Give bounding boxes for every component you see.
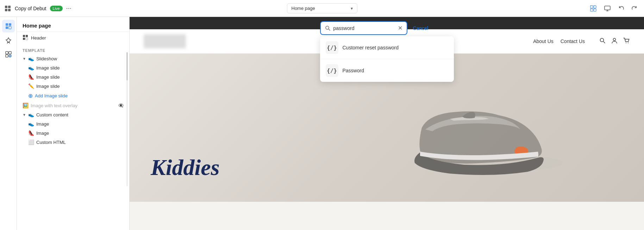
custom-content-icon: 👟 bbox=[28, 112, 34, 117]
svg-rect-1 bbox=[8, 6, 11, 8]
template-label: TEMPLATE bbox=[17, 44, 129, 54]
more-button[interactable]: ··· bbox=[66, 5, 71, 12]
search-clear-button[interactable]: ✕ bbox=[398, 25, 402, 31]
custom-image-1-label: Image bbox=[36, 121, 49, 127]
contact-us-link[interactable]: Contact Us bbox=[561, 38, 585, 44]
custom-content-label: Custom content bbox=[36, 112, 68, 117]
top-bar-center: Home page ▾ bbox=[217, 3, 427, 13]
result-icon-2: {/} bbox=[326, 64, 338, 77]
svg-rect-13 bbox=[6, 52, 8, 54]
custom-html-label: Custom HTML bbox=[36, 140, 66, 145]
custom-image-1-icon: 👟 bbox=[28, 121, 34, 127]
undo-redo-controls bbox=[616, 3, 640, 14]
site-nav-icons bbox=[599, 37, 630, 46]
top-bar-left: Copy of Debut Live ··· bbox=[4, 5, 214, 12]
tree-item-image-slide-2[interactable]: 👠 Image slide bbox=[28, 72, 129, 81]
tree-item-custom-image-1[interactable]: 👟 Image bbox=[28, 119, 129, 128]
top-bar: Copy of Debut Live ··· Home page ▾ bbox=[0, 0, 644, 17]
svg-rect-11 bbox=[6, 26, 8, 29]
sidebar-icons bbox=[0, 17, 17, 230]
main-layout: Home page Header TEMPLATE ▼ 👟 bbox=[0, 17, 644, 230]
tree-item-slideshow[interactable]: ▼ 👟 Slideshow bbox=[17, 54, 129, 63]
svg-rect-8 bbox=[605, 6, 610, 10]
image-slide-2-icon: 👠 bbox=[28, 74, 34, 80]
svg-rect-20 bbox=[26, 38, 28, 40]
tree-item-custom-html[interactable]: ⬜ Custom HTML bbox=[28, 138, 129, 147]
store-name: Copy of Debut bbox=[15, 6, 46, 11]
svg-rect-14 bbox=[9, 52, 11, 54]
image-slide-1-label: Image slide bbox=[36, 65, 60, 71]
site-logo bbox=[144, 34, 186, 48]
custom-image-2-label: Image bbox=[36, 131, 49, 136]
svg-rect-4 bbox=[590, 6, 593, 8]
header-section-icon bbox=[23, 35, 28, 41]
sidebar-sections-icon[interactable] bbox=[2, 20, 15, 32]
store-icon[interactable] bbox=[4, 5, 11, 12]
svg-rect-5 bbox=[594, 6, 596, 8]
result-icon-1: {/} bbox=[326, 41, 338, 54]
sidebar-pin-icon[interactable] bbox=[2, 34, 15, 47]
svg-rect-0 bbox=[5, 6, 7, 8]
select-tool-icon[interactable] bbox=[588, 3, 599, 14]
tree-item-custom-image-2[interactable]: 👠 Image bbox=[28, 128, 129, 138]
svg-point-24 bbox=[628, 42, 629, 43]
monitor-icon[interactable] bbox=[602, 3, 613, 14]
slideshow-chevron-icon: ▼ bbox=[23, 57, 26, 61]
scrollbar-track bbox=[126, 52, 128, 186]
image-slide-3-icon: ✏️ bbox=[28, 83, 34, 89]
top-bar-right bbox=[430, 3, 640, 14]
svg-rect-10 bbox=[9, 23, 11, 26]
slideshow-icon: 👟 bbox=[28, 56, 34, 61]
search-dropdown: {/} Customer reset password {/} Password bbox=[320, 36, 454, 82]
nav-cart-icon[interactable] bbox=[623, 37, 630, 46]
custom-content-children: 👟 Image 👠 Image ⬜ Custom HTML bbox=[17, 119, 129, 147]
search-cancel-button[interactable]: Cancel bbox=[413, 25, 429, 31]
svg-rect-7 bbox=[594, 9, 596, 11]
chevron-down-icon: ▾ bbox=[351, 6, 353, 11]
nav-search-icon[interactable] bbox=[599, 37, 606, 46]
tree-item-custom-content[interactable]: ▼ 👟 Custom content bbox=[17, 110, 129, 119]
tree-item-image-slide-3[interactable]: ✏️ Image slide bbox=[28, 81, 129, 91]
image-text-overlay-label: Image with text overlay bbox=[31, 103, 77, 108]
search-input[interactable] bbox=[333, 25, 395, 31]
redo-button[interactable] bbox=[629, 3, 640, 14]
image-slide-2-label: Image slide bbox=[36, 74, 60, 80]
search-input-wrapper: ✕ bbox=[320, 21, 407, 35]
search-icon bbox=[325, 25, 331, 31]
sidebar-add-section-icon[interactable] bbox=[2, 48, 15, 61]
result-label-2: Password bbox=[343, 68, 364, 73]
nav-user-icon[interactable] bbox=[611, 37, 618, 46]
ghost-icon: 👁️‍🗨️ bbox=[118, 103, 124, 108]
svg-point-26 bbox=[326, 26, 329, 29]
search-result-customer-reset-password[interactable]: {/} Customer reset password bbox=[320, 36, 454, 59]
search-result-password[interactable]: {/} Password bbox=[320, 59, 454, 82]
image-text-overlay-icon: 🖼️ bbox=[23, 103, 29, 108]
svg-rect-2 bbox=[5, 9, 7, 11]
svg-rect-17 bbox=[23, 35, 25, 37]
live-badge: Live bbox=[50, 6, 63, 11]
hero-text: Kiddies bbox=[151, 155, 220, 181]
svg-point-23 bbox=[626, 42, 626, 43]
svg-rect-3 bbox=[8, 9, 11, 11]
add-image-slide-label: Add Image slide bbox=[35, 93, 68, 98]
svg-rect-9 bbox=[6, 23, 8, 26]
image-slide-1-icon: 👟 bbox=[28, 65, 34, 71]
header-section-item[interactable]: Header bbox=[17, 32, 129, 44]
custom-content-chevron-icon: ▼ bbox=[23, 113, 26, 117]
image-slide-3-label: Image slide bbox=[36, 84, 60, 89]
tree-item-image-slide-1[interactable]: 👟 Image slide bbox=[28, 63, 129, 72]
search-row: ✕ Cancel bbox=[320, 21, 454, 35]
result-label-1: Customer reset password bbox=[343, 45, 399, 50]
undo-button[interactable] bbox=[616, 3, 627, 14]
page-selector[interactable]: Home page ▾ bbox=[287, 3, 357, 13]
panel-content: Header TEMPLATE ▼ 👟 Slideshow 👟 Image sl… bbox=[17, 32, 129, 230]
tree-item-image-text-overlay[interactable]: 🖼️ Image with text overlay 👁️‍🗨️ bbox=[17, 101, 129, 110]
slideshow-label: Slideshow bbox=[36, 56, 57, 61]
header-section-label: Header bbox=[31, 35, 46, 41]
site-nav-links: About Us Contact Us bbox=[533, 38, 585, 44]
about-us-link[interactable]: About Us bbox=[533, 38, 554, 44]
page-selector-label: Home page bbox=[292, 6, 348, 11]
svg-point-21 bbox=[600, 38, 604, 42]
tree-item-add-image-slide[interactable]: ⊕ Add Image slide bbox=[28, 91, 129, 101]
svg-rect-12 bbox=[9, 26, 11, 29]
